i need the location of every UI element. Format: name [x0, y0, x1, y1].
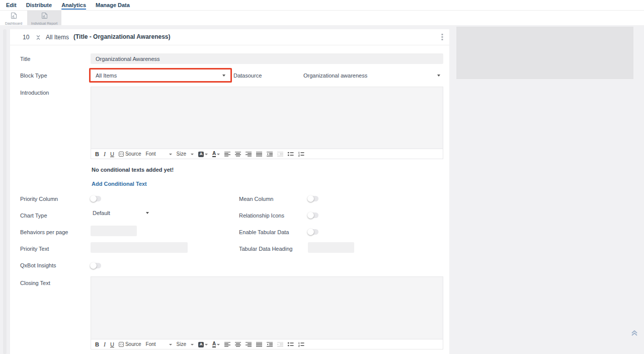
align-justify-button[interactable]	[256, 342, 262, 347]
double-chevron-up-icon	[630, 329, 638, 337]
underline-button[interactable]: U	[110, 342, 114, 347]
tab-individual-report[interactable]: Individual Report	[27, 11, 61, 25]
numbered-list-button[interactable]	[298, 342, 304, 347]
chart-type-dropdown[interactable]: Default	[91, 209, 151, 217]
preview-placeholder	[456, 27, 633, 79]
toggle-knob	[307, 195, 314, 202]
increase-indent-button[interactable]	[277, 342, 283, 347]
conditional-text-empty-message: No conditional texts added yet!	[92, 167, 174, 173]
align-center-button[interactable]	[235, 152, 241, 157]
align-center-button[interactable]	[235, 342, 241, 347]
chart-type-value: Default	[93, 210, 146, 216]
behaviors-per-page-input[interactable]	[91, 226, 137, 236]
bold-button[interactable]: B	[95, 152, 99, 157]
underline-button[interactable]: U	[110, 152, 114, 157]
decrease-indent-button[interactable]	[267, 342, 273, 347]
qxbot-insights-toggle[interactable]	[91, 263, 101, 268]
numbered-list-button[interactable]	[298, 152, 304, 157]
chevron-down-icon	[437, 75, 440, 77]
increase-indent-icon	[277, 342, 283, 347]
nav-analytics[interactable]: Analytics	[61, 0, 86, 10]
font-select[interactable]: Font	[146, 342, 172, 347]
increase-indent-button[interactable]	[277, 152, 283, 157]
tabular-data-heading-label: Tabular Data Heading	[239, 246, 292, 252]
datasource-dropdown[interactable]: Organizational awareness	[299, 68, 445, 83]
collapse-block-icon[interactable]	[35, 34, 41, 43]
italic-button[interactable]: I	[104, 341, 106, 347]
block-type-dropdown[interactable]: All Items	[89, 68, 232, 83]
toggle-knob	[307, 212, 314, 219]
priority-text-label: Priority Text	[20, 246, 49, 252]
top-navigation: Edit Distribute Analytics Manage Data	[0, 0, 644, 11]
bulleted-list-button[interactable]	[288, 152, 294, 157]
add-conditional-text-link[interactable]: Add Conditional Text	[92, 181, 147, 187]
text-color-button[interactable]: A	[212, 341, 220, 347]
align-left-icon	[224, 152, 230, 157]
align-justify-icon	[256, 152, 262, 157]
source-code-icon	[119, 342, 124, 347]
mean-column-toggle[interactable]	[308, 196, 318, 201]
block-type-text: All Items	[46, 34, 69, 41]
closing-text-label: Closing Text	[20, 280, 50, 286]
align-right-button[interactable]	[246, 342, 252, 347]
chevron-down-icon	[222, 75, 225, 77]
align-right-icon	[246, 152, 252, 157]
font-select[interactable]: Font	[146, 152, 172, 157]
priority-text-input[interactable]	[91, 242, 188, 253]
decrease-indent-button[interactable]	[267, 152, 273, 157]
priority-column-label: Priority Column	[20, 196, 58, 202]
closing-text-editor-content[interactable]	[91, 277, 443, 339]
block-type-label: Block Type	[20, 73, 47, 79]
source-button[interactable]: Source	[119, 152, 141, 157]
datasource-value: Organizational awareness	[303, 73, 437, 79]
chevron-down-icon	[217, 154, 220, 155]
align-center-icon	[235, 152, 241, 157]
align-justify-button[interactable]	[256, 152, 262, 157]
title-label: Title	[20, 56, 30, 62]
report-document-icon	[41, 12, 48, 21]
align-center-icon	[235, 342, 241, 347]
tab-dashboard[interactable]: Dashboard	[1, 11, 26, 25]
size-select[interactable]: Size	[177, 152, 194, 157]
align-justify-icon	[256, 342, 262, 347]
align-left-button[interactable]	[224, 152, 230, 157]
size-select[interactable]: Size	[177, 342, 194, 347]
scroll-to-top-button[interactable]	[629, 327, 640, 338]
priority-column-toggle[interactable]	[91, 196, 101, 201]
title-input[interactable]	[91, 53, 443, 64]
background-color-button[interactable]: A	[198, 342, 208, 347]
relationship-icons-toggle[interactable]	[308, 213, 318, 218]
chevron-down-icon	[146, 212, 149, 214]
numbered-list-icon	[298, 342, 304, 347]
toggle-knob	[90, 262, 97, 269]
align-right-button[interactable]	[246, 152, 252, 157]
bold-button[interactable]: B	[95, 342, 99, 347]
closing-text-editor-toolbar: B I U Source Font Size A	[91, 339, 443, 349]
enable-tabular-data-toggle[interactable]	[308, 229, 318, 235]
nav-edit[interactable]: Edit	[6, 0, 17, 10]
report-document-icon	[11, 12, 17, 21]
align-left-icon	[224, 342, 230, 347]
bulleted-list-button[interactable]	[288, 342, 294, 347]
bulleted-list-icon	[288, 152, 294, 157]
background-color-button[interactable]: A	[198, 152, 208, 157]
block-options-kebab-icon[interactable]	[441, 33, 443, 43]
italic-button[interactable]: I	[104, 151, 106, 157]
left-scrollbar-track[interactable]	[3, 29, 7, 354]
nav-distribute[interactable]: Distribute	[26, 0, 52, 10]
text-color-button[interactable]: A	[212, 151, 220, 157]
chevron-down-icon	[169, 344, 172, 345]
source-button[interactable]: Source	[119, 342, 141, 347]
increase-indent-icon	[277, 152, 283, 157]
chevron-down-icon	[191, 344, 194, 345]
decrease-indent-icon	[267, 152, 273, 157]
block-title-suffix: (Title - Organizational Awareness)	[73, 33, 171, 40]
enable-tabular-data-label: Enable Tabular Data	[239, 229, 289, 235]
tabular-data-heading-input[interactable]	[308, 242, 354, 253]
closing-text-editor: B I U Source Font Size A	[91, 276, 443, 349]
background-color-icon: A	[198, 342, 204, 347]
introduction-editor-content[interactable]	[91, 87, 443, 149]
align-left-button[interactable]	[224, 342, 230, 347]
nav-manage-data[interactable]: Manage Data	[96, 0, 130, 10]
tab-dashboard-label: Dashboard	[5, 22, 22, 25]
